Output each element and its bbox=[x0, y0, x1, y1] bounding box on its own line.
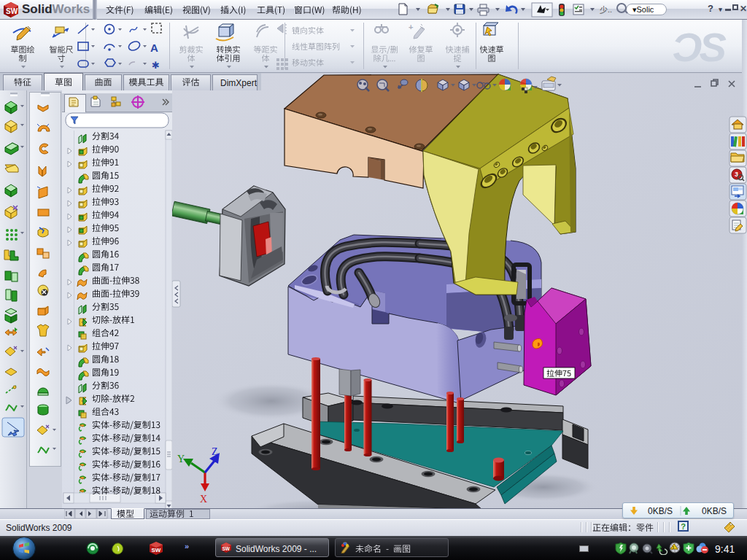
svg-text:SW: SW bbox=[222, 546, 231, 551]
svg-text:X: X bbox=[200, 494, 207, 505]
svg-text:!: ! bbox=[673, 545, 674, 550]
svg-text:Y: Y bbox=[177, 454, 185, 464]
svg-text:+: + bbox=[409, 23, 413, 31]
svg-text:SW: SW bbox=[152, 547, 161, 553]
svg-text:少..: 少.. bbox=[600, 5, 612, 14]
svg-text:Z: Z bbox=[212, 446, 218, 457]
svg-text:✱: ✱ bbox=[152, 60, 160, 71]
svg-text:SW: SW bbox=[6, 7, 18, 15]
svg-text:A: A bbox=[150, 42, 158, 54]
svg-text:»: » bbox=[185, 542, 189, 551]
